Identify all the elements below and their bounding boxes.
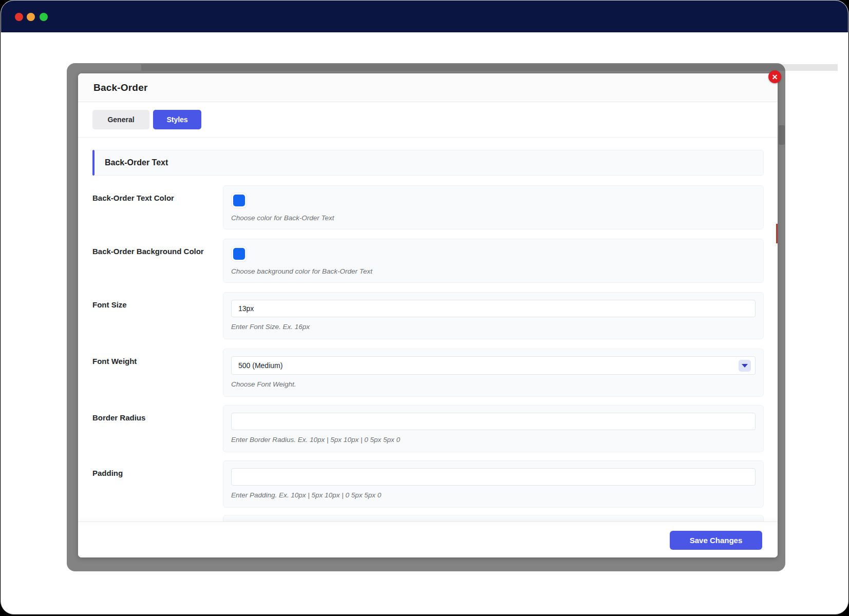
section-band: Back-Order Text <box>95 150 764 176</box>
modal-header: Back-Order <box>78 73 778 102</box>
field-panel: Enter Border Radius. Ex. 10px | 5px 10px… <box>223 405 764 452</box>
field-caption: Enter Font Size. Ex. 16px <box>231 323 756 331</box>
field-caption: Choose Font Weight. <box>231 380 756 388</box>
color-picker-swatch[interactable] <box>231 192 247 208</box>
background-element-sliver <box>776 224 778 243</box>
row-font-weight: Font Weight 500 (Medium) Choose Font Wei… <box>92 349 764 397</box>
row-border-radius: Border Radius Enter Border Radius. Ex. 1… <box>92 405 764 452</box>
field-panel: 500 (Medium) Choose Font Weight. <box>223 349 764 397</box>
row-clipped-next-field <box>92 515 764 522</box>
row-padding: Padding Enter Padding. Ex. 10px | 5px 10… <box>92 460 764 508</box>
frame-top-shadow <box>141 64 838 71</box>
chevron-down-icon <box>742 364 748 368</box>
browser-page: ✕ Back-Order General Styles Back-Order T… <box>1 0 848 614</box>
row-font-size: Font Size Enter Font Size. Ex. 16px <box>92 292 764 339</box>
clipped-field-label <box>92 515 223 522</box>
color-swatch-icon <box>233 248 245 260</box>
tab-styles[interactable]: Styles <box>153 110 201 129</box>
color-picker-swatch[interactable] <box>231 246 247 262</box>
font-weight-selected-value: 500 (Medium) <box>238 361 282 370</box>
border-radius-input[interactable] <box>231 413 756 430</box>
field-panel: Choose background color for Back-Order T… <box>223 239 764 283</box>
save-changes-button[interactable]: Save Changes <box>670 531 762 550</box>
row-back-order-background-color: Back-Order Background Color Choose backg… <box>92 239 764 283</box>
field-label: Padding <box>92 460 223 508</box>
field-panel: Enter Padding. Ex. 10px | 5px 10px | 0 5… <box>223 460 764 508</box>
field-caption: Choose color for Back-Order Text <box>231 214 756 222</box>
select-caret-button[interactable] <box>739 360 751 372</box>
font-size-input[interactable] <box>231 300 756 317</box>
row-back-order-text-color: Back-Order Text Color Choose color for B… <box>92 185 764 229</box>
traffic-light-minimize-icon[interactable] <box>27 13 35 21</box>
field-label: Font Weight <box>92 349 223 397</box>
section-title: Back-Order Text <box>105 158 168 167</box>
modal-footer: Save Changes <box>78 522 778 557</box>
font-weight-select[interactable]: 500 (Medium) <box>231 356 756 375</box>
field-label: Back-Order Background Color <box>92 239 223 283</box>
field-label: Font Size <box>92 292 223 339</box>
scrollbar-thumb[interactable] <box>779 125 785 145</box>
field-label: Border Radius <box>92 405 223 452</box>
tab-bar: General Styles <box>78 102 778 138</box>
field-panel <box>223 515 764 522</box>
modal-title: Back-Order <box>93 82 148 93</box>
field-panel: Choose color for Back-Order Text <box>223 185 764 229</box>
section-header-back-order-text: Back-Order Text <box>92 150 764 176</box>
traffic-light-zoom-icon[interactable] <box>40 13 48 21</box>
color-swatch-icon <box>233 195 245 206</box>
padding-input[interactable] <box>231 468 756 486</box>
field-caption: Enter Padding. Ex. 10px | 5px 10px | 0 5… <box>231 491 756 499</box>
traffic-light-close-icon[interactable] <box>15 13 23 21</box>
field-label: Back-Order Text Color <box>92 185 223 229</box>
tab-general[interactable]: General <box>92 110 149 129</box>
close-icon: ✕ <box>772 73 778 81</box>
modal-scroll-content: Back-Order Text Back-Order Text Color Ch… <box>78 138 778 522</box>
field-caption: Enter Border Radius. Ex. 10px | 5px 10px… <box>231 436 756 444</box>
modal-close-button[interactable]: ✕ <box>768 70 781 83</box>
field-panel: Enter Font Size. Ex. 16px <box>223 292 764 339</box>
field-caption: Choose background color for Back-Order T… <box>231 267 756 275</box>
back-order-modal: Back-Order General Styles Back-Order Tex… <box>78 73 778 557</box>
window-titlebar <box>1 1 848 32</box>
